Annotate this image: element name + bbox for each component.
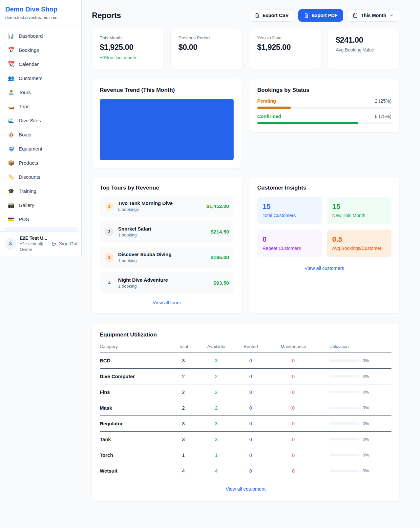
stat-value: $1,925.00 xyxy=(257,43,313,52)
equipment-utilization: 0% xyxy=(320,421,391,426)
calendar-icon xyxy=(353,13,358,18)
insight-tile-repeat-customers: 0 Repeat Customers xyxy=(257,230,322,257)
equipment-available: 3 xyxy=(198,421,234,426)
equipment-available: 1 xyxy=(198,452,234,458)
sidebar-item-boats[interactable]: ⛵Boats xyxy=(4,128,77,142)
dive-sites-icon: 🌊 xyxy=(8,117,14,124)
view-all-tours-link[interactable]: View all tours xyxy=(100,300,234,305)
equipment-maintenance: 0 xyxy=(267,405,320,411)
equipment-maintenance: 0 xyxy=(267,374,320,379)
status-count: 2 (25%) xyxy=(375,98,391,104)
utilization-percent: 0% xyxy=(363,437,369,442)
stat-label: Year to Date xyxy=(257,35,313,40)
revenue-trend-card: Revenue Trend (This Month) xyxy=(92,79,242,168)
user-role: Owner xyxy=(20,247,48,252)
equipment-maintenance: 0 xyxy=(267,468,320,474)
file-download-icon xyxy=(304,13,309,18)
chevron-down-icon xyxy=(389,13,394,18)
sidebar-item-label: Products xyxy=(19,160,38,166)
equipment-total: 2 xyxy=(169,374,198,379)
sidebar-item-calendar[interactable]: 📆Calendar xyxy=(4,57,77,71)
sidebar-item-pos[interactable]: 💳POS xyxy=(4,212,77,226)
insight-label: Repeat Customers xyxy=(262,246,317,251)
page-header: Reports Export CSV Export PDF This Month xyxy=(92,9,399,22)
avatar xyxy=(5,238,16,250)
equipment-utilization: 0% xyxy=(320,358,391,363)
equipment-maintenance: 0 xyxy=(267,389,320,395)
insight-value: 15 xyxy=(332,202,387,211)
sidebar-item-products[interactable]: 📦Products xyxy=(4,156,77,170)
equipment-utilization: 0% xyxy=(320,453,391,457)
equipment-rented: 0 xyxy=(234,389,267,395)
status-label: Confirmed xyxy=(257,114,281,119)
top-tours-card: Top Tours by Revenue 1 Two Tank Morning … xyxy=(92,177,242,313)
equipment-available: 2 xyxy=(198,389,234,395)
insight-label: Avg Bookings/Customer xyxy=(332,246,387,251)
stat-card-avg-booking-value: $241.00 Avg Booking Value xyxy=(328,29,399,70)
tour-bookings: 1 booking xyxy=(118,233,151,237)
sign-out-button[interactable]: Sign Out xyxy=(52,241,77,246)
stat-card-this-month: This Month $1,925.00 +0% vs last month xyxy=(92,29,163,70)
sidebar-item-gallery[interactable]: 📸Gallery xyxy=(4,198,77,212)
sidebar-item-equipment[interactable]: 🤿Equipment xyxy=(4,142,77,156)
tour-row: 4 Night Dive Adventure 1 booking $93.50 xyxy=(100,272,234,294)
sidebar-nav: 📊Dashboard 📅Bookings 📆Calendar 👥Customer… xyxy=(0,25,81,231)
sidebar-item-tours[interactable]: 🏝️Tours xyxy=(4,85,77,99)
stat-delta: +0% vs last month xyxy=(100,55,156,60)
view-all-equipment-link[interactable]: View all equipment xyxy=(100,486,391,492)
sidebar-item-dashboard[interactable]: 📊Dashboard xyxy=(4,29,77,43)
person-icon xyxy=(7,240,14,247)
equipment-available: 2 xyxy=(198,405,234,411)
insight-value: 0 xyxy=(262,235,317,244)
middle-row: Revenue Trend (This Month) Bookings by S… xyxy=(92,79,399,168)
equipment-total: 3 xyxy=(169,421,198,426)
table-row: BCD33000% xyxy=(100,353,391,369)
rank-badge: 2 xyxy=(105,228,114,236)
insight-tiles: 15 Total Customers 15 New This Month 0 R… xyxy=(257,197,391,257)
tour-revenue: $1,452.00 xyxy=(206,203,229,209)
status-label: Pending xyxy=(257,98,276,104)
view-all-customers-link[interactable]: View all customers xyxy=(257,266,391,271)
page-title: Reports xyxy=(92,11,121,20)
tour-revenue: $93.50 xyxy=(214,280,229,286)
revenue-trend-chart xyxy=(100,99,234,160)
stat-card-previous-period: Previous Period $0.00 xyxy=(171,29,242,70)
tour-name: Two Tank Morning Dive xyxy=(118,200,173,206)
equipment-maintenance: 0 xyxy=(267,452,320,458)
tour-name: Discover Scuba Diving xyxy=(118,252,172,257)
export-pdf-button[interactable]: Export PDF xyxy=(298,9,343,22)
discounts-icon: 🏷️ xyxy=(8,174,14,180)
sidebar-item-dive-sites[interactable]: 🌊Dive Sites xyxy=(4,113,77,128)
shop-domain: demo.test.divestreams.com xyxy=(5,15,76,20)
equipment-available: 3 xyxy=(198,358,234,363)
sidebar-item-trips[interactable]: 🚤Trips xyxy=(4,99,77,113)
sidebar-item-training[interactable]: 🎓Training xyxy=(4,184,77,198)
equipment-category: Wetsuit xyxy=(100,468,169,474)
sign-out-icon xyxy=(52,241,57,246)
sidebar-item-discounts[interactable]: 🏷️Discounts xyxy=(4,170,77,184)
sidebar-item-customers[interactable]: 👥Customers xyxy=(4,71,77,85)
equipment-available: 3 xyxy=(198,437,234,442)
equipment-total: 2 xyxy=(169,405,198,411)
equipment-utilization-title: Equipment Utilization xyxy=(100,332,391,338)
revenue-trend-title: Revenue Trend (This Month) xyxy=(100,87,234,93)
insight-label: Total Customers xyxy=(262,213,317,218)
sidebar-item-label: Discounts xyxy=(19,174,40,180)
column-header: Available xyxy=(198,344,234,349)
equipment-utilization: 0% xyxy=(320,437,391,442)
sidebar-item-label: Training xyxy=(19,188,36,194)
equipment-available: 2 xyxy=(198,374,234,379)
status-bar-track xyxy=(257,107,391,109)
equipment-utilization: 0% xyxy=(320,405,391,410)
customer-insights-title: Customer Insights xyxy=(257,185,391,191)
sidebar-item-partial[interactable] xyxy=(4,227,77,231)
tour-row: 1 Two Tank Morning Dive 5 bookings $1,45… xyxy=(100,195,234,217)
sidebar-item-bookings[interactable]: 📅Bookings xyxy=(4,43,77,57)
column-header: Maintenance xyxy=(267,344,320,349)
products-icon: 📦 xyxy=(8,160,14,166)
export-csv-button[interactable]: Export CSV xyxy=(249,9,294,22)
sign-out-label: Sign Out xyxy=(59,241,77,246)
user-name: E2E Test U... xyxy=(20,235,48,241)
period-selector[interactable]: This Month xyxy=(347,9,399,22)
utilization-percent: 0% xyxy=(363,453,369,457)
